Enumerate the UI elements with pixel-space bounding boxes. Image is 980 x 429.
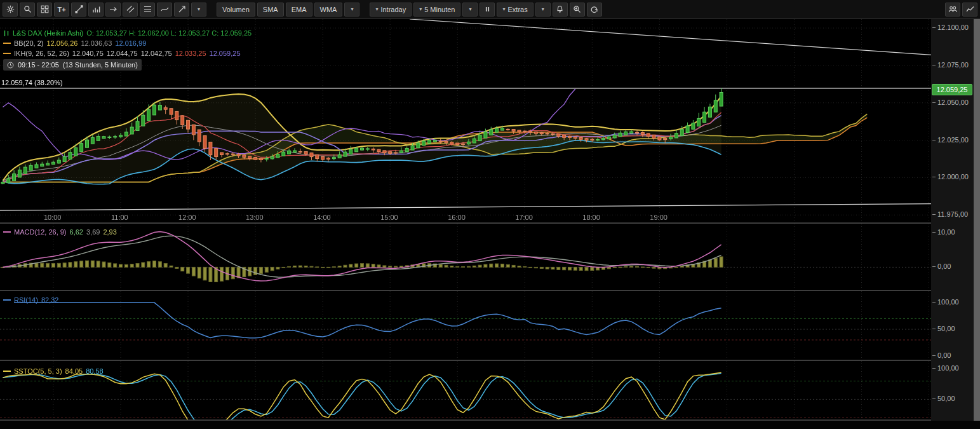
bb-middle-value: 12.036,63	[81, 38, 112, 48]
chevron-down-icon: ▾	[375, 7, 378, 12]
y-axis-tick: 100,00	[932, 364, 959, 372]
bb-lower-value: 12.016,99	[115, 38, 146, 48]
rsi-canvas[interactable]	[0, 291, 931, 360]
toolbar: T+ ▾ Volumen SMA EMA WMA ▾	[0, 0, 980, 19]
macd-value: 6,62	[70, 227, 83, 237]
bottom-margin	[0, 421, 980, 429]
extras-dropdown[interactable]: ▾ Extras	[497, 3, 533, 17]
extras-label: Extras	[508, 6, 528, 13]
main-chart-legend: L&S DAX (Heikin Ashi) O: 12.053,27 H: 12…	[3, 28, 252, 71]
rsi-panel[interactable]: RSI(14) 82,32	[0, 291, 931, 360]
main-chart-panel[interactable]: L&S DAX (Heikin Ashi) O: 12.053,27 H: 12…	[0, 19, 931, 222]
indicator-dropdown-button[interactable]: ▾	[344, 3, 359, 17]
stochastic-panel[interactable]: SSTOC(5, 5, 3) 84,05 80,58	[0, 361, 931, 419]
bell-icon	[556, 5, 564, 13]
zoom-in-button[interactable]	[570, 3, 585, 17]
y-axis-tick: 100,00	[932, 298, 959, 306]
extras-more-button[interactable]: ▾	[535, 3, 551, 17]
panel-divider[interactable]	[0, 222, 974, 224]
layout-grid-button[interactable]	[37, 3, 52, 17]
x-axis-tick: 19:00	[650, 214, 668, 221]
sma-label: SMA	[263, 6, 278, 13]
session-hours: 09:15 - 22:05	[18, 60, 59, 70]
chevron-down-icon: ▾	[542, 7, 544, 12]
search-button[interactable]	[20, 3, 35, 17]
sstoc-d-value: 80,58	[86, 366, 104, 376]
y-axis-tick: 12.075,00	[932, 61, 969, 69]
volumen-button[interactable]: Volumen	[217, 3, 255, 17]
pause-button[interactable]	[480, 3, 495, 17]
bb-legend-key	[3, 43, 11, 44]
text-tool-icon: T+	[57, 6, 65, 13]
stochastic-canvas[interactable]	[0, 361, 931, 419]
sstoc-legend-key	[3, 371, 11, 372]
trendline-icon	[75, 5, 83, 13]
bb-upper-value: 12.056,26	[46, 38, 77, 48]
timeframe-dropdown[interactable]: ▾ 5 Minuten	[413, 3, 460, 17]
channel-icon	[126, 5, 135, 13]
volumen-label: Volumen	[222, 6, 250, 13]
ikh-chikou-value: 12.059,25	[210, 48, 241, 58]
intraday-dropdown[interactable]: ▾ Intraday	[370, 3, 412, 17]
indicator-button[interactable]	[88, 3, 104, 17]
wma-button[interactable]: WMA	[314, 3, 343, 17]
macd-legend: MACD(12, 26, 9) 6,62 3,69 2,93	[3, 227, 117, 237]
y-axis-tick: 12.100,00	[932, 24, 969, 31]
panel-divider[interactable]	[0, 290, 974, 291]
x-axis-tick: 14:00	[313, 214, 331, 221]
session-duration: (13 Stunden, 5 Minuten)	[63, 60, 138, 70]
grid-icon	[41, 5, 49, 13]
channel-tool-button[interactable]	[123, 3, 138, 17]
right-panel-divider[interactable]	[974, 19, 980, 421]
ikh-senkou-a-value: 12.042,75	[141, 48, 172, 58]
tools-dropdown-button[interactable]: ▾	[191, 3, 206, 17]
x-axis-tick: 13:00	[246, 214, 264, 221]
panel-divider[interactable]	[0, 360, 974, 361]
undo-icon	[590, 5, 598, 13]
rsi-legend: RSI(14) 82,32	[3, 295, 58, 305]
timeframe-label: 5 Minuten	[424, 6, 455, 13]
macd-label: MACD(12, 26, 9)	[14, 227, 67, 237]
text-tool-button[interactable]: T+	[54, 3, 69, 17]
chevron-down-icon: ▾	[502, 7, 505, 12]
chevron-down-icon: ▾	[469, 7, 471, 12]
chevron-down-icon: ▾	[198, 7, 200, 12]
chart-mode-button[interactable]	[962, 3, 977, 17]
alert-button[interactable]	[553, 3, 568, 17]
y-axis-tick: 12.000,00	[932, 173, 969, 180]
pause-icon	[483, 5, 492, 13]
x-axis-tick: 11:00	[111, 214, 128, 221]
horizontal-ray-icon	[109, 5, 117, 13]
macd-legend-key	[3, 231, 11, 233]
freehand-tool-button[interactable]	[157, 3, 172, 17]
sstoc-label: SSTOC(5, 5, 3)	[14, 366, 62, 376]
sma-button[interactable]: SMA	[257, 3, 284, 17]
profiles-button[interactable]	[945, 3, 960, 17]
zoom-in-icon	[573, 5, 581, 13]
sparkline-icon	[966, 5, 974, 13]
macd-panel[interactable]: MACD(12, 26, 9) 6,62 3,69 2,93	[0, 224, 931, 290]
undo-button[interactable]	[587, 3, 602, 17]
intraday-label: Intraday	[380, 6, 406, 13]
clock-icon	[7, 62, 14, 69]
macd-hist-value: 2,93	[103, 227, 116, 237]
rsi-value: 82,32	[41, 295, 59, 305]
people-icon	[948, 5, 957, 13]
y-axis-tick: 11.975,00	[932, 210, 968, 218]
settings-button[interactable]	[3, 3, 18, 17]
x-axis-tick: 15:00	[380, 214, 398, 221]
arrow-tool-button[interactable]	[174, 3, 189, 17]
ema-button[interactable]: EMA	[286, 3, 312, 17]
y-axis-tick: 12.025,00	[932, 136, 969, 144]
arrow-icon	[178, 5, 186, 13]
last-price-badge: 12.059,25	[932, 84, 972, 95]
trendline-tool-button[interactable]	[71, 3, 86, 17]
ikh-label: IKH(9, 26, 52, 26)	[14, 48, 69, 58]
horizontal-ray-tool-button[interactable]	[105, 3, 121, 17]
macd-canvas[interactable]	[0, 224, 931, 290]
fibonacci-tool-button[interactable]	[140, 3, 155, 17]
y-axis-tick: 12.050,00	[932, 99, 969, 106]
instrument-icon	[3, 30, 10, 37]
timeframe-more-button[interactable]: ▾	[462, 3, 478, 17]
y-axis-tick: 50,00	[932, 395, 955, 402]
